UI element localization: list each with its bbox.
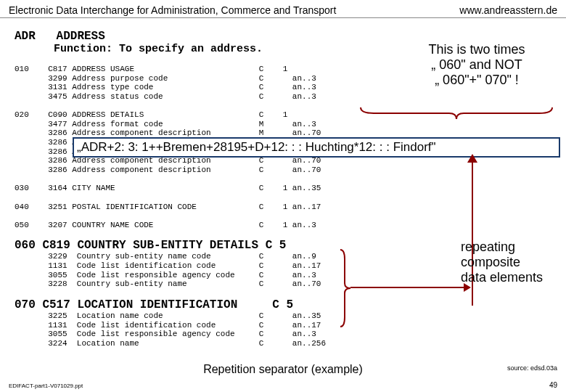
arrow-up-icon (467, 154, 477, 163)
connector-line (350, 287, 467, 288)
spec-line: 050 3207 COUNTRY NAME CODE C 1 an..3 (15, 221, 316, 229)
brace-icon (359, 106, 554, 119)
header-right: www.andreasstern.de (459, 4, 557, 16)
spec-line: 3286 Address component description M an.… (15, 128, 321, 137)
anno-line: „ 060"+" 070" ! (401, 73, 553, 88)
brace-vertical-icon (339, 248, 350, 328)
spec-line: 030 3164 CITY NAME C 1 an..35 (15, 184, 321, 192)
spec-070-header: 070 C517 LOCATION IDENTIFICATION C 5 (15, 298, 293, 311)
spec-header: ADR ADDRESS (15, 30, 105, 43)
spec-line: 1131 Code list identification code C an.… (15, 261, 321, 270)
spec-line: 3477 Address format code M an..3 (15, 120, 316, 128)
footer-filename: EDIFACT-part1-V071029.ppt (9, 383, 83, 389)
anno-line: composite (461, 255, 559, 270)
slide-title: Repetition separator (example) (0, 363, 566, 376)
spec-line: 3055 Code list responsible agency code C… (15, 330, 316, 338)
spec-line: 3225 Location name code C an..35 (15, 311, 321, 320)
anno-line: repeating (461, 240, 559, 255)
spec-block: ADR ADDRESS Function: To specify an addr… (0, 20, 326, 348)
spec-line: 010 C817 ADDRESS USAGE C 1 (15, 65, 287, 73)
spec-line: 3299 Address purpose code C an..3 (15, 74, 316, 83)
anno-line: „ 060" and NOT (401, 57, 553, 73)
page-number: 49 (549, 381, 557, 389)
header: Electronic Data Interchange for Administ… (0, 0, 566, 18)
spec-line: 3229 Country sub-entity name code C an..… (15, 252, 316, 261)
spec-line: 020 C090 ADDRESS DETAILS C 1 (15, 110, 287, 119)
spec-060-header: 060 C819 COUNTRY SUB-ENTITY DETAILS C 5 (15, 239, 286, 252)
example-text: „ADR+2: 3: 1++Bremen+28195+D+12: : : Huc… (77, 140, 436, 154)
spec-line: 3286 Address component description C an.… (15, 166, 321, 174)
spec-line: 1131 Code list identification code C an.… (15, 321, 321, 330)
spec-line: 040 3251 POSTAL IDENTIFICATION CODE C 1 … (15, 203, 321, 211)
anno-line: data elements (461, 270, 559, 285)
spec-line: 3055 Code list responsible agency code C… (15, 271, 316, 279)
spec-line: 3475 Address status code C an..3 (15, 92, 316, 101)
spec-function: Function: To specify an address. (15, 43, 263, 55)
example-segment: „ADR+2: 3: 1++Bremen+28195+D+12: : : Huc… (73, 137, 560, 158)
spec-line: 3286 Address component description C an.… (15, 156, 321, 165)
spec-line: 3224 Location name C an..256 (15, 339, 326, 348)
annotation-060-note: This is two times „ 060" and NOT „ 060"+… (401, 42, 553, 88)
annotation-repeating: repeating composite data elements (461, 240, 559, 285)
header-left: Electronic Data Interchange for Administ… (9, 4, 336, 16)
spec-line: 3228 Country sub-entity name C an..70 (15, 279, 321, 288)
spec-line: 3131 Address type code C an..3 (15, 83, 316, 91)
anno-line: This is two times (401, 42, 553, 57)
